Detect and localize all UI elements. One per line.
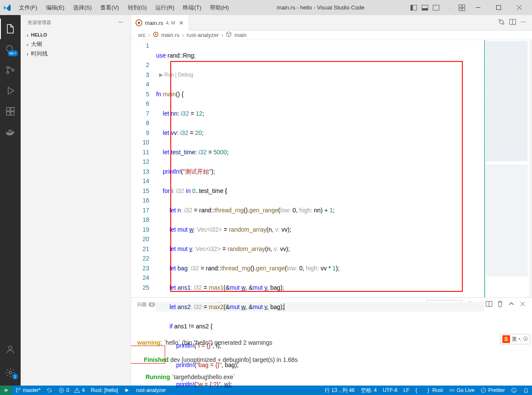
- vscode-logo-icon: [3, 4, 11, 12]
- ime-sogou-icon: S: [502, 335, 510, 343]
- svg-point-30: [19, 388, 20, 389]
- menu-file[interactable]: 文件(F): [15, 2, 41, 13]
- editor-scrollbar[interactable]: [529, 40, 532, 297]
- ime-indicator[interactable]: S 英 •‚ ⦿: [500, 334, 530, 344]
- bc-src[interactable]: src: [138, 32, 145, 38]
- bc-main[interactable]: main: [234, 32, 246, 38]
- svg-point-23: [502, 23, 504, 24]
- tab-main-rs[interactable]: main.rs 4, M ✕: [131, 15, 189, 31]
- svg-rect-16: [11, 112, 14, 115]
- bc-ra[interactable]: rust-analyzer: [187, 32, 219, 38]
- window-maximize-button[interactable]: [489, 1, 508, 14]
- activity-extensions-icon[interactable]: [0, 101, 21, 122]
- svg-point-11: [7, 67, 9, 69]
- sidebar-more-icon[interactable]: ⋯: [118, 20, 124, 25]
- title-bar: 文件(F) 编辑(E) 选择(S) 查看(V) 转到(G) 运行(R) 终端(T…: [0, 0, 532, 15]
- terminal-kill-icon[interactable]: [497, 300, 504, 308]
- line-gutter: 1 23456789101112131415161718192021222324…: [131, 40, 156, 297]
- svg-point-28: [16, 388, 17, 389]
- window-title: main.rs - hello - Visual Studio Code: [234, 4, 407, 11]
- sidebar-title: 资源管理器: [28, 19, 51, 26]
- settings-badge: 1: [12, 374, 18, 380]
- chevron-right-icon: ›: [24, 32, 31, 38]
- editor-area: main.rs 4, M ✕ ⋯ src› main.rs› rust-anal…: [131, 15, 532, 386]
- breadcrumb[interactable]: src› main.rs› rust-analyzer› main: [131, 31, 532, 40]
- layout-customize-icon[interactable]: [457, 3, 467, 12]
- sidebar-explorer: 资源管理器 ⋯ ›HELLO ›大纲 ›时间线: [21, 15, 131, 386]
- tab-more-icon[interactable]: ⋯: [520, 18, 527, 27]
- svg-point-26: [155, 34, 157, 35]
- menu-edit[interactable]: 编辑(E): [43, 2, 68, 13]
- layout-righttoggle-icon[interactable]: [431, 3, 441, 12]
- menu-run[interactable]: 运行(R): [152, 2, 178, 13]
- rust-file-icon: [153, 31, 159, 39]
- svg-rect-17: [11, 107, 14, 111]
- menu-help[interactable]: 帮助(H): [206, 2, 232, 13]
- panel-tab-problems[interactable]: 问题4: [137, 298, 155, 311]
- editor-tabs: main.rs 4, M ✕ ⋯: [131, 15, 532, 31]
- activity-account-icon[interactable]: [0, 339, 21, 360]
- search-badge: 6K+: [8, 50, 18, 56]
- status-bell-icon[interactable]: [520, 386, 532, 395]
- svg-point-19: [9, 371, 12, 374]
- layout-bottomtoggle-icon[interactable]: [420, 3, 430, 12]
- svg-rect-3: [422, 8, 428, 10]
- status-remote-icon[interactable]: [0, 386, 12, 395]
- status-errors-warnings[interactable]: 0 4: [55, 386, 88, 395]
- menu-goto[interactable]: 转到(G): [124, 2, 151, 13]
- rust-file-icon: [135, 19, 142, 26]
- status-rust-analyzer-run[interactable]: [121, 386, 133, 395]
- split-editor-icon[interactable]: [509, 18, 516, 27]
- tab-modified-badge: 4, M: [166, 20, 175, 25]
- panel-maximize-icon[interactable]: [508, 300, 515, 308]
- svg-rect-6: [462, 5, 465, 7]
- svg-rect-1: [411, 5, 413, 10]
- status-rust-project[interactable]: Rust: [hello]: [88, 386, 121, 395]
- compare-changes-icon[interactable]: [498, 18, 505, 27]
- activity-explorer-icon[interactable]: [0, 18, 21, 39]
- svg-point-34: [512, 388, 517, 393]
- svg-rect-4: [433, 5, 439, 10]
- terminal-split-icon[interactable]: [486, 300, 492, 308]
- window-close-button[interactable]: [510, 1, 529, 14]
- status-feedback-icon[interactable]: [508, 386, 520, 395]
- chevron-right-icon: ›: [24, 51, 31, 57]
- layout-lefttoggle-icon[interactable]: [409, 3, 418, 12]
- svg-rect-15: [6, 112, 10, 115]
- activity-settings-icon[interactable]: 1: [0, 362, 21, 383]
- menu-select[interactable]: 选择(S): [70, 2, 95, 13]
- svg-rect-7: [459, 8, 461, 11]
- window-minimize-button[interactable]: [468, 1, 487, 14]
- code-content[interactable]: use rand::Rng; ▶ Run | Debug fn main() {…: [156, 40, 484, 297]
- activity-docker-icon[interactable]: [0, 122, 21, 142]
- sidebar-header: 资源管理器 ⋯: [21, 15, 131, 30]
- activity-scm-icon[interactable]: [0, 60, 21, 80]
- codelens-run-debug[interactable]: ▶ Run | Debug: [156, 70, 484, 80]
- terminal-body[interactable]: warning: `hello` (bin "hello") generated…: [131, 311, 532, 386]
- svg-point-12: [7, 72, 9, 74]
- bc-file[interactable]: main.rs: [161, 32, 180, 38]
- tree-hello[interactable]: ›HELLO: [21, 30, 131, 40]
- tab-close-icon[interactable]: ✕: [178, 20, 185, 26]
- status-branch[interactable]: master*: [12, 386, 43, 395]
- svg-point-29: [16, 391, 17, 392]
- menu-terminal[interactable]: 终端(T): [179, 2, 205, 13]
- svg-rect-5: [459, 5, 461, 7]
- svg-point-22: [499, 19, 501, 21]
- status-sync[interactable]: [43, 386, 55, 395]
- activity-debug-icon[interactable]: [0, 80, 21, 101]
- svg-rect-8: [462, 8, 465, 11]
- panel-close-icon[interactable]: [519, 300, 526, 308]
- tree-outline[interactable]: ›大纲: [21, 40, 131, 49]
- cube-icon: [226, 31, 232, 39]
- title-separator: |: [444, 3, 454, 12]
- chevron-right-icon: ›: [24, 41, 31, 48]
- menu-view[interactable]: 查看(V): [97, 2, 122, 13]
- minimap[interactable]: [484, 40, 529, 297]
- svg-rect-14: [6, 107, 10, 111]
- activity-search-icon[interactable]: 6K+: [0, 39, 21, 60]
- tree-timeline[interactable]: ›时间线: [21, 49, 131, 58]
- editor-body[interactable]: 1 23456789101112131415161718192021222324…: [131, 40, 532, 297]
- svg-rect-9: [496, 6, 501, 10]
- svg-point-21: [138, 22, 140, 24]
